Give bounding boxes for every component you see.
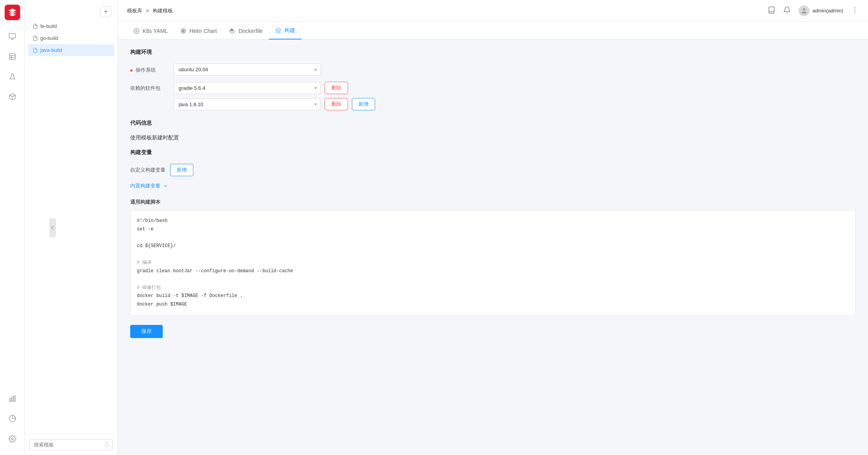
dep-select-1[interactable]: java 1.8.10 java 11 java 17: [174, 98, 321, 110]
docs-button[interactable]: [768, 6, 775, 15]
code-line-1: set -e: [137, 225, 849, 234]
svg-point-9: [803, 8, 805, 10]
svg-rect-2: [9, 398, 10, 402]
code-line-3: cd ${SERVICE}/: [137, 242, 849, 251]
code-line-8: # 镜像打包: [137, 284, 849, 292]
breadcrumb-root[interactable]: 模板库: [127, 8, 142, 14]
template-list: fe-build go-build java-build: [25, 20, 117, 434]
save-button[interactable]: 保存: [130, 325, 163, 338]
template-panel-header: +: [25, 0, 117, 20]
top-header: 模板库 > 构建模板 admin(admin): [118, 0, 868, 22]
config-note: 使用模板新建时配置: [130, 134, 856, 141]
delete-dep-1-button[interactable]: 删除: [325, 98, 348, 110]
code-editor[interactable]: #!/bin/bash set -e cd ${SERVICE}/ # 编译 g…: [130, 210, 856, 316]
svg-rect-3: [12, 397, 13, 402]
sidebar-item-pie[interactable]: [0, 409, 25, 429]
build-script-section: 通用构建脚本 #!/bin/bash set -e cd ${SERVICE}/…: [130, 199, 856, 316]
breadcrumb: 模板库 > 构建模板: [127, 7, 173, 14]
add-template-button[interactable]: +: [100, 6, 111, 17]
user-name: admin(admin): [813, 8, 843, 14]
template-item-java-build[interactable]: java-build: [28, 44, 114, 56]
tab-helm-label: Helm Chart: [189, 28, 217, 34]
chevron-down-icon: [163, 183, 168, 189]
dep-select-0[interactable]: gradle 5.6.4 gradle 7.0: [174, 82, 321, 94]
bell-icon: [783, 6, 791, 14]
builtin-vars-label: 内置构建变量: [130, 182, 160, 189]
sidebar-item-chart-bar[interactable]: [0, 388, 25, 409]
custom-vars-row: 自定义构建变量 新增: [130, 164, 856, 176]
code-line-6: gradle clean bootJar --configure-on-dema…: [137, 267, 849, 276]
dep-select-box-0: gradle 5.6.4 gradle 7.0 ▾: [174, 82, 321, 94]
sidebar-icons: [0, 0, 25, 455]
helm-icon: [180, 28, 186, 34]
breadcrumb-current: 构建模板: [153, 8, 173, 14]
code-info-section: 代码信息 使用模板新建时配置: [130, 120, 856, 141]
user-avatar: [799, 5, 809, 16]
svg-point-7: [105, 443, 108, 446]
build-env-title: 构建环境: [130, 49, 856, 56]
delete-dep-0-button[interactable]: 删除: [325, 82, 348, 94]
template-search-area: [25, 434, 117, 455]
tab-k8syaml-label: K8s YAML: [143, 28, 168, 34]
main-content: 模板库 > 构建模板 admin(admin) K: [118, 0, 868, 455]
custom-vars-label: 自定义构建变量: [130, 167, 165, 173]
svg-point-11: [854, 10, 855, 10]
build-script-title: 通用构建脚本: [130, 199, 856, 206]
add-custom-var-button[interactable]: 新增: [170, 164, 193, 176]
code-info-title: 代码信息: [130, 120, 856, 127]
template-item-label: fe-build: [40, 23, 57, 29]
tab-helm[interactable]: Helm Chart: [174, 22, 223, 39]
template-item-go-build[interactable]: go-build: [28, 32, 114, 44]
collapse-panel-button[interactable]: [50, 218, 56, 237]
svg-rect-0: [9, 34, 16, 38]
docker-icon: [229, 28, 236, 34]
user-info[interactable]: admin(admin): [799, 5, 843, 16]
gear-icon: [133, 28, 140, 34]
code-line-7: [137, 275, 849, 284]
code-line-10: docker push $IMAGE: [137, 300, 849, 309]
code-line-9: docker build -t $IMAGE -f Dockerfile .: [137, 292, 849, 300]
file-icon: [33, 24, 38, 29]
add-dep-button[interactable]: 新增: [352, 98, 375, 110]
tab-dockerfile-label: Dockerfile: [239, 28, 263, 34]
code-line-4: [137, 250, 849, 259]
svg-rect-15: [230, 30, 231, 31]
save-btn-wrap: 保存: [130, 325, 856, 338]
os-label: 操作系统: [130, 64, 169, 74]
table-icon: [9, 53, 16, 60]
deps-form-row: 依赖的软件包 gradle 5.6.4 gradle 7.0 ▾ 删除: [130, 82, 856, 110]
notification-button[interactable]: [783, 6, 791, 15]
avatar-icon: [801, 7, 808, 14]
page-body: 构建环境 操作系统 ubuntu 20.04 ubuntu 18.04 cent…: [118, 39, 868, 455]
tab-k8syaml[interactable]: K8s YAML: [127, 22, 174, 39]
sidebar-item-table[interactable]: [0, 46, 25, 67]
svg-point-13: [136, 30, 137, 32]
app-logo: [5, 5, 20, 20]
svg-rect-17: [232, 30, 234, 31]
flask-icon: [9, 73, 16, 81]
search-icon: [104, 442, 110, 448]
sidebar-item-flask[interactable]: [0, 67, 25, 87]
svg-point-12: [854, 12, 855, 13]
cube-icon: [9, 93, 16, 101]
template-item-fe-build[interactable]: fe-build: [28, 20, 114, 32]
os-form-row: 操作系统 ubuntu 20.04 ubuntu 18.04 centos 7 …: [130, 64, 856, 76]
tabs-bar: K8s YAML Helm Chart Dockerfile 构建: [118, 22, 868, 39]
search-input[interactable]: [29, 439, 113, 450]
more-options-button[interactable]: [851, 6, 859, 15]
svg-rect-16: [231, 30, 232, 31]
chevron-left-icon: [51, 225, 54, 230]
sidebar-item-monitor[interactable]: [0, 26, 25, 46]
svg-line-8: [108, 446, 109, 447]
sidebar-item-settings[interactable]: [0, 429, 25, 449]
tab-build[interactable]: 构建: [269, 22, 301, 39]
header-actions: admin(admin): [768, 5, 859, 16]
builtin-vars-toggle[interactable]: 内置构建变量: [130, 182, 856, 189]
file-icon: [33, 48, 38, 53]
code-line-0: #!/bin/bash: [137, 217, 849, 225]
settings-icon: [9, 435, 16, 443]
tab-dockerfile[interactable]: Dockerfile: [223, 22, 269, 39]
sidebar-item-cube[interactable]: [0, 87, 25, 107]
deps-label: 依赖的软件包: [130, 82, 169, 92]
os-select[interactable]: ubuntu 20.04 ubuntu 18.04 centos 7: [174, 64, 321, 76]
